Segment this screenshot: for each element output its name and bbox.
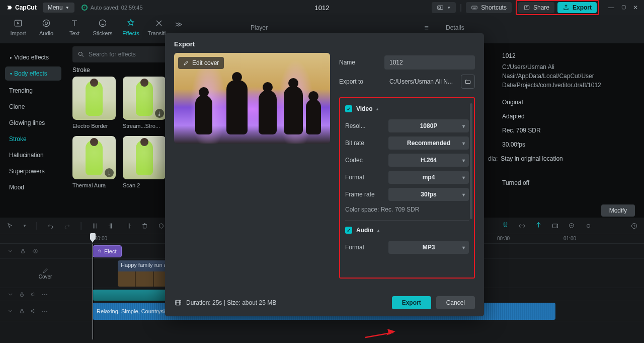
lock-icon[interactable] xyxy=(19,308,25,314)
zoom-out-icon[interactable] xyxy=(568,222,576,230)
svg-point-7 xyxy=(99,20,106,26)
share-icon xyxy=(523,4,530,11)
check-icon xyxy=(82,5,88,11)
menu-button[interactable]: Menu ▼ xyxy=(43,3,74,13)
sidebar-video-effects[interactable]: ▸Video effects xyxy=(5,50,61,64)
checkbox-checked-icon[interactable]: ✓ xyxy=(345,105,352,112)
tab-text[interactable]: Text xyxy=(60,18,89,36)
lock-icon[interactable] xyxy=(19,291,25,298)
edit-icon[interactable] xyxy=(42,267,49,274)
sidebar-body-effects[interactable]: ▾Body effects xyxy=(5,66,61,81)
browse-folder-button[interactable] xyxy=(461,75,475,89)
snap-icon[interactable] xyxy=(535,221,542,229)
sidebar-item-superpowers[interactable]: Superpowers xyxy=(0,163,66,179)
minimize-icon[interactable]: — xyxy=(608,4,614,11)
chevron-down-icon: ▾ xyxy=(462,175,465,180)
sidebar-item-trending[interactable]: Trending xyxy=(0,83,66,99)
tab-stickers[interactable]: Stickers xyxy=(89,18,117,36)
svg-rect-0 xyxy=(438,6,443,10)
details-original: Original xyxy=(502,99,635,106)
svg-rect-16 xyxy=(21,294,23,296)
eye-icon[interactable] xyxy=(32,248,39,254)
share-button[interactable]: Share xyxy=(518,2,554,13)
chevron-up-icon: ▴ xyxy=(376,107,378,111)
resolution-select[interactable]: 1080P▾ xyxy=(388,119,469,132)
speaker-icon[interactable] xyxy=(30,291,37,298)
redo-icon[interactable] xyxy=(63,222,71,230)
colorspace-hint: Color space: Rec. 709 SDR xyxy=(345,206,469,213)
app-logo: CapCut xyxy=(6,4,37,11)
sidebar-item-hallucination[interactable]: Hallucination xyxy=(0,147,66,163)
magnet-icon[interactable] xyxy=(502,221,509,229)
sidebar-item-mood[interactable]: Mood xyxy=(0,179,66,195)
player-hamburger-icon[interactable]: ≡ xyxy=(424,23,429,32)
framerate-label: Frame rate xyxy=(345,191,388,198)
dialog-cancel-button[interactable]: Cancel xyxy=(436,296,475,309)
collapse-icon[interactable] xyxy=(7,248,14,254)
player-panel-label: Player xyxy=(251,24,268,31)
tab-audio[interactable]: Audio xyxy=(32,18,60,36)
collapse-icon[interactable] xyxy=(7,291,14,298)
aspect-ratio-button[interactable]: ▼ xyxy=(432,2,456,13)
close-icon[interactable]: ✕ xyxy=(633,4,638,11)
name-input[interactable]: 1012 xyxy=(384,55,475,70)
effect-card[interactable]: ⭳Stream...Stro... xyxy=(123,77,166,129)
svg-rect-2 xyxy=(472,6,477,9)
video-format-select[interactable]: mp4▾ xyxy=(388,171,469,184)
tab-import[interactable]: Import xyxy=(4,18,32,36)
export-to-label: Export to xyxy=(339,78,384,85)
effect-card[interactable]: ⭳Thermal Aura xyxy=(72,136,116,188)
collapse-icon[interactable] xyxy=(7,308,14,314)
svg-rect-10 xyxy=(553,224,558,228)
preview-icon[interactable] xyxy=(551,222,559,230)
audio-section-header[interactable]: ✓ Audio ▴ xyxy=(345,227,469,234)
effect-card[interactable]: Scan 2 xyxy=(123,136,166,188)
audio-format-select[interactable]: MP3▾ xyxy=(388,241,469,254)
modify-button[interactable]: Modify xyxy=(601,204,635,217)
autosave-status: Auto saved: 02:59:45 xyxy=(82,5,143,11)
maximize-icon[interactable]: ▢ xyxy=(621,4,626,11)
codec-select[interactable]: H.264▾ xyxy=(388,154,469,167)
delete-icon[interactable] xyxy=(141,222,148,230)
tab-effects[interactable]: Effects xyxy=(117,18,145,36)
playhead[interactable] xyxy=(93,234,93,243)
sidebar-item-glowing[interactable]: Glowing lines xyxy=(0,115,66,131)
sidebar-item-stroke[interactable]: Stroke xyxy=(0,131,66,147)
split-right-icon[interactable] xyxy=(124,222,132,230)
record-icon[interactable] xyxy=(585,222,592,230)
details-media: Stay in original location xyxy=(501,155,562,162)
download-icon[interactable]: ⭳ xyxy=(155,109,164,118)
shortcuts-button[interactable]: Shortcuts xyxy=(466,2,512,13)
undo-icon[interactable] xyxy=(47,222,54,230)
aspect-icon xyxy=(437,4,444,11)
svg-point-15 xyxy=(35,250,36,251)
chevron-right-icon: ▸ xyxy=(10,55,12,60)
dialog-export-button[interactable]: Export xyxy=(392,296,431,309)
svg-rect-17 xyxy=(21,311,23,313)
bitrate-label: Bit rate xyxy=(345,140,388,147)
playhead-line[interactable] xyxy=(93,244,93,339)
pointer-icon[interactable] xyxy=(6,222,14,230)
link-icon[interactable] xyxy=(518,222,526,230)
capcut-logo-icon xyxy=(6,4,13,11)
framerate-select[interactable]: 30fps▾ xyxy=(388,188,469,201)
lock-icon[interactable] xyxy=(20,248,26,254)
bitrate-select[interactable]: Recommended▾ xyxy=(388,136,469,150)
export-button[interactable]: Export xyxy=(557,2,597,13)
download-icon[interactable]: ⭳ xyxy=(105,168,114,177)
svg-point-5 xyxy=(43,20,49,26)
split-icon[interactable] xyxy=(91,222,99,230)
speaker-icon[interactable] xyxy=(30,308,37,314)
video-section-header[interactable]: ✓ Video ▴ xyxy=(345,105,469,112)
search-placeholder: Search for effects xyxy=(89,51,136,58)
effect-card[interactable]: Electro Border xyxy=(72,77,116,129)
sidebar-item-clone[interactable]: Clone xyxy=(0,99,66,115)
edit-cover-button[interactable]: Edit cover xyxy=(178,57,224,69)
scrollbar[interactable] xyxy=(470,103,472,219)
marker-icon[interactable] xyxy=(157,222,165,230)
chevron-down-icon: ▾ xyxy=(462,158,465,163)
effect-clip[interactable]: Elect xyxy=(93,245,122,257)
checkbox-checked-icon[interactable]: ✓ xyxy=(345,227,352,234)
zoom-add-icon[interactable] xyxy=(630,222,638,230)
split-left-icon[interactable] xyxy=(108,222,115,230)
